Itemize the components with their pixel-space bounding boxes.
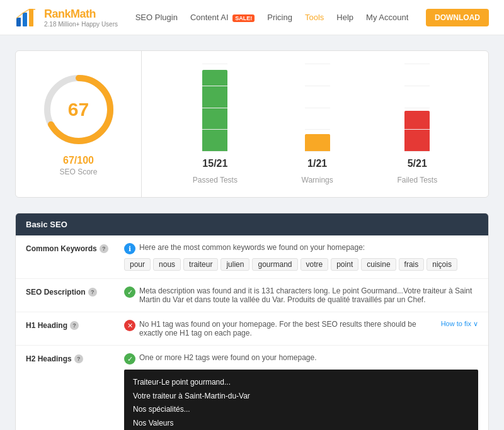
main-content: 67 67/100 SEO Score 15/21 — [0, 35, 504, 430]
failed-bar-fill — [404, 111, 430, 152]
score-fraction: 67/100 — [63, 155, 94, 166]
logo-area: RankMath 2.18 Million+ Happy Users — [15, 6, 118, 29]
h2-item-2: Votre traiteur à Saint-Martin-du-Var — [133, 390, 469, 404]
common-keywords-help-icon[interactable]: ? — [100, 244, 108, 253]
logo-text: RankMath 2.18 Million+ Happy Users — [44, 8, 118, 28]
svg-rect-2 — [29, 9, 33, 26]
passed-label: Passed Tests — [193, 176, 238, 184]
keyword-cuisine: cuisine — [361, 258, 396, 271]
keyword-votre: votre — [301, 258, 329, 271]
warnings-label: Warnings — [302, 176, 333, 184]
logo-name: RankMath — [44, 8, 118, 21]
common-keywords-content: ℹ Here are the most common keywords we f… — [124, 243, 478, 271]
svg-rect-0 — [16, 18, 21, 26]
h1-heading-content: ✕ No H1 tag was found on your homepage. … — [124, 320, 478, 337]
h2-headings-help-icon[interactable]: ? — [74, 354, 83, 363]
h2-list: Traiteur-Le point gourmand... Votre trai… — [124, 370, 478, 430]
failed-label: Failed Tests — [397, 176, 437, 184]
keyword-nicois: niçois — [427, 258, 457, 271]
h1-heading-label: H1 Heading ? — [26, 320, 114, 330]
score-label: SEO Score — [59, 167, 97, 176]
h1-how-to-fix[interactable]: How to fix ∨ — [441, 320, 478, 328]
h2-headings-label: H2 Headings ? — [26, 353, 114, 363]
h2-item-1: Traiteur-Le point gourmand... — [133, 376, 469, 390]
seo-description-label: SEO Description ? — [26, 286, 114, 297]
basic-seo-section: Basic SEO Common Keywords ? ℹ Here are t… — [15, 213, 489, 430]
logo-tagline: 2.18 Million+ Happy Users — [44, 21, 118, 28]
nav-pricing[interactable]: Pricing — [267, 13, 292, 22]
h1-heading-help-icon[interactable]: ? — [70, 321, 79, 330]
basic-seo-header: Basic SEO — [16, 213, 488, 235]
nav-my-account[interactable]: My Account — [366, 13, 408, 22]
warnings-bar: 1/21 Warnings — [302, 64, 333, 184]
success-icon-h2: ✓ — [124, 353, 135, 365]
seo-description-content: ✓ Meta description was found and it is 1… — [124, 286, 478, 304]
info-icon: ℹ — [124, 243, 135, 254]
warnings-bar-fill — [305, 134, 330, 152]
error-icon-h1: ✕ — [124, 320, 135, 331]
svg-rect-1 — [23, 13, 27, 26]
h2-item-4: Nos Valeurs — [133, 417, 469, 430]
logo-icon — [15, 6, 38, 29]
keyword-pour: pour — [124, 258, 151, 271]
keyword-frais: frais — [399, 258, 425, 271]
failed-tests-bar: 5/21 Failed Tests — [397, 64, 437, 184]
h2-item-3: Nos spécialités... — [133, 403, 469, 417]
h1-heading-row: H1 Heading ? ✕ No H1 tag was found on yo… — [16, 312, 488, 346]
keyword-nous: nous — [153, 258, 181, 271]
keyword-gourmand: gourmand — [252, 258, 297, 271]
seo-description-row: SEO Description ? ✓ Meta description was… — [16, 279, 488, 312]
keyword-point: point — [331, 258, 358, 271]
header: RankMath 2.18 Million+ Happy Users SEO P… — [0, 0, 504, 35]
seo-score-card: 67 67/100 SEO Score — [16, 51, 142, 197]
seo-description-help-icon[interactable]: ? — [88, 288, 97, 297]
warnings-value: 1/21 — [307, 158, 327, 169]
failed-value: 5/21 — [408, 158, 427, 169]
success-icon-desc: ✓ — [124, 286, 135, 298]
download-button[interactable]: DOWNLOAD — [426, 9, 489, 26]
nav-content-ai[interactable]: Content AI SALE! — [190, 13, 255, 22]
common-keywords-row: Common Keywords ? ℹ Here are the most co… — [16, 235, 488, 279]
passed-tests-bar: 15/21 Passed Tests — [193, 64, 238, 184]
sale-badge: SALE! — [232, 14, 255, 22]
nav-seo-plugin[interactable]: SEO Plugin — [135, 13, 178, 22]
passed-value: 15/21 — [202, 158, 227, 169]
main-nav: SEO Plugin Content AI SALE! Pricing Tool… — [135, 13, 409, 22]
keyword-julien: julien — [220, 258, 249, 271]
common-keywords-label: Common Keywords ? — [26, 243, 114, 253]
bar-chart-section: 15/21 Passed Tests 1/21 Warnings — [142, 51, 488, 197]
keyword-traiteur: traiteur — [183, 258, 218, 271]
nav-help[interactable]: Help — [336, 13, 353, 22]
score-number: 67 — [68, 99, 89, 120]
score-section: 67 67/100 SEO Score 15/21 — [15, 50, 489, 198]
donut-chart: 67 — [41, 72, 117, 147]
h2-headings-content: ✓ One or more H2 tags were found on your… — [124, 353, 478, 430]
passed-bar — [202, 70, 227, 152]
nav-tools[interactable]: Tools — [305, 13, 324, 22]
h2-headings-row: H2 Headings ? ✓ One or more H2 tags were… — [16, 346, 488, 430]
keywords-container: pour nous traiteur julien gourmand votre… — [124, 258, 478, 271]
